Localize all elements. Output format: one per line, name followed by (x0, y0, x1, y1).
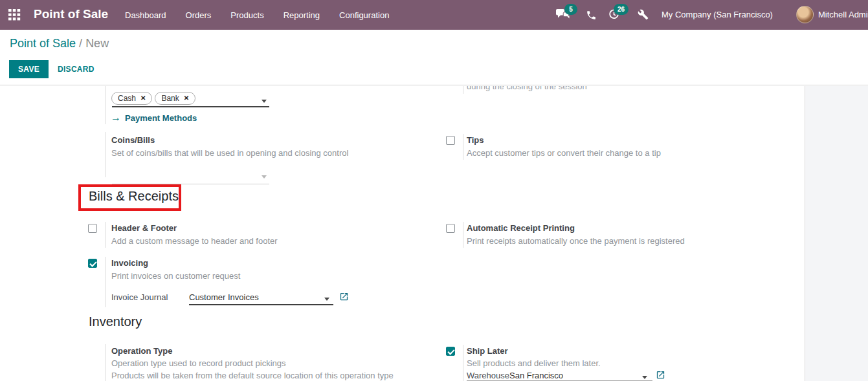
breadcrumb: Point of Sale / New (10, 37, 109, 50)
breadcrumb-root-link[interactable]: Point of Sale (10, 37, 76, 50)
arrow-right-icon: → (111, 113, 121, 123)
field-underline (112, 106, 269, 107)
tools-icon[interactable] (638, 9, 649, 22)
messages-count-badge[interactable]: 5 (564, 4, 577, 15)
external-link-icon[interactable] (656, 370, 665, 381)
section-heading-bills-receipts: Bills & Receipts (89, 189, 179, 204)
caret-down-icon[interactable] (324, 298, 329, 301)
auto-receipt-description: Print receipts automatically once the pa… (467, 236, 685, 246)
auto-receipt-label[interactable]: Automatic Receipt Printing (467, 223, 575, 233)
caret-down-icon[interactable] (642, 376, 647, 379)
divider (463, 134, 463, 160)
divider (105, 344, 106, 381)
payment-method-tag-bank[interactable]: Bank ✕ (155, 92, 195, 105)
clipped-setting-description: during the closing of the session (467, 86, 587, 91)
nav-configuration[interactable]: Configuration (339, 10, 389, 20)
divider (105, 132, 106, 177)
apps-grid-icon[interactable] (8, 9, 21, 21)
remove-tag-icon[interactable]: ✕ (184, 95, 189, 102)
nav-dashboard[interactable]: Dashboard (125, 10, 166, 20)
payment-methods-field[interactable]: Cash ✕ Bank ✕ (111, 92, 195, 105)
ship-later-label[interactable]: Ship Later (467, 346, 508, 356)
divider (463, 345, 463, 381)
top-navbar: Point of Sale Dashboard Orders Products … (0, 0, 868, 30)
tag-label: Cash (118, 94, 136, 103)
sheet-side-margin (805, 86, 868, 381)
header-footer-checkbox[interactable] (88, 224, 97, 233)
nav-reporting[interactable]: Reporting (284, 10, 320, 20)
nav-products[interactable]: Products (230, 10, 263, 20)
apps-grid-icon-svg (8, 9, 21, 21)
caret-down-icon[interactable] (262, 100, 267, 103)
company-switcher[interactable]: My Company (San Francisco) (662, 10, 773, 19)
remove-tag-icon[interactable]: ✕ (140, 95, 146, 102)
caret-down-icon[interactable] (262, 175, 267, 179)
user-avatar[interactable] (796, 6, 814, 23)
section-heading-inventory: Inventory (89, 314, 142, 329)
divider (105, 86, 106, 124)
app-title[interactable]: Point of Sale (34, 7, 108, 21)
header-footer-label[interactable]: Header & Footer (111, 223, 177, 233)
activities-count-badge[interactable]: 26 (614, 4, 629, 15)
auto-receipt-checkbox[interactable] (446, 224, 455, 233)
coins-bills-label: Coins/Bills (111, 135, 155, 145)
field-underline (189, 304, 333, 305)
payment-methods-link[interactable]: → Payment Methods (111, 113, 197, 123)
phone-icon[interactable] (586, 10, 597, 23)
control-panel: Point of Sale / New SAVE DISCARD (0, 30, 868, 85)
external-link-icon[interactable] (339, 292, 349, 303)
coins-bills-description: Set of coins/bills that will be used in … (111, 148, 348, 158)
save-button[interactable]: SAVE (9, 60, 49, 78)
payment-methods-link-label: Payment Methods (125, 113, 197, 123)
ship-later-checkbox[interactable] (446, 347, 455, 356)
settings-form-sheet: during the closing of the session Cash ✕… (0, 86, 805, 381)
divider (463, 222, 463, 248)
operation-type-description-1: Operation type used to record product pi… (111, 358, 286, 368)
invoicing-label[interactable]: Invoicing (111, 258, 148, 268)
tips-checkbox[interactable] (446, 136, 455, 145)
tips-label[interactable]: Tips (467, 135, 484, 145)
header-footer-description: Add a custom message to header and foote… (111, 236, 278, 246)
divider (105, 257, 106, 307)
invoice-journal-label: Invoice Journal (111, 292, 168, 302)
nav-orders[interactable]: Orders (186, 10, 212, 20)
warehouse-label: Warehouse (467, 371, 509, 380)
divider (105, 222, 106, 248)
operation-type-label: Operation Type (111, 346, 172, 356)
user-menu[interactable]: Mitchell Admin (818, 10, 868, 19)
invoicing-checkbox[interactable] (88, 259, 97, 268)
ship-later-description: Sell products and deliver them later. (467, 358, 601, 368)
tips-description: Accept customer tips or convert their ch… (467, 148, 661, 158)
breadcrumb-current: New (85, 37, 109, 50)
divider (463, 86, 463, 94)
tag-label: Bank (161, 94, 179, 103)
invoicing-description: Print invoices on customer request (111, 271, 240, 281)
warehouse-value[interactable]: San Francisco (509, 371, 563, 380)
breadcrumb-separator: / (79, 37, 82, 50)
discard-button[interactable]: DISCARD (52, 60, 100, 78)
payment-method-tag-cash[interactable]: Cash ✕ (111, 92, 152, 105)
operation-type-description-2: Products will be taken from the default … (111, 371, 394, 380)
invoice-journal-value[interactable]: Customer Invoices (189, 292, 259, 302)
main-menu: Dashboard Orders Products Reporting Conf… (125, 0, 389, 30)
